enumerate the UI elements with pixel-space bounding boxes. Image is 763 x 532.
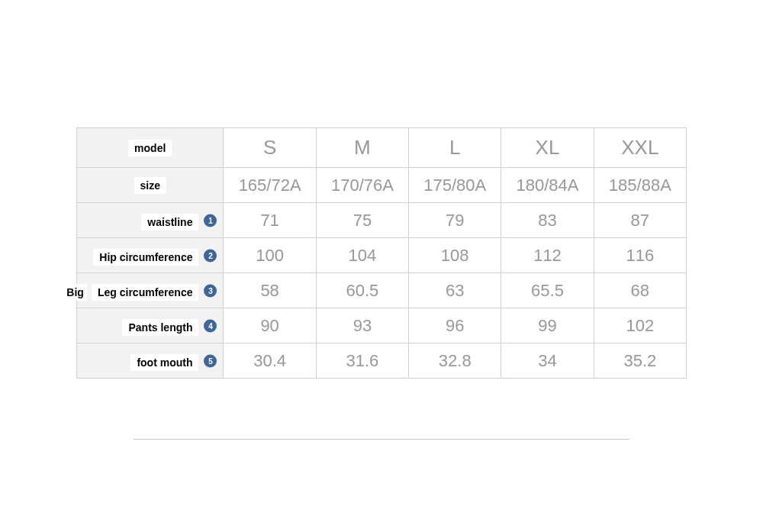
cell-model-xl: XL bbox=[501, 128, 594, 168]
footer-divider bbox=[134, 439, 629, 440]
label-pants: Pants length bbox=[122, 319, 198, 336]
label-foot: foot mouth bbox=[130, 354, 198, 371]
cell-hip-l: 108 bbox=[409, 238, 501, 273]
cell-hip-xl: 112 bbox=[501, 238, 594, 273]
label-size: size bbox=[134, 177, 166, 194]
cell-pants-s: 90 bbox=[224, 308, 316, 343]
header-hip: Hip circumference 2 bbox=[77, 238, 224, 273]
label-bigleg: Leg circumference bbox=[92, 284, 199, 301]
cell-waist-l: 79 bbox=[409, 203, 501, 238]
cell-model-s: S bbox=[224, 128, 316, 168]
label-bigleg-prefix: Big bbox=[63, 284, 87, 301]
cell-pants-xxl: 102 bbox=[594, 308, 686, 343]
cell-waist-xxl: 87 bbox=[594, 203, 686, 238]
header-foot: foot mouth 5 bbox=[77, 343, 224, 379]
cell-leg-xxl: 68 bbox=[594, 273, 686, 308]
cell-leg-s: 58 bbox=[224, 273, 316, 308]
row-size: size 165/72A 170/76A 175/80A 180/84A 185… bbox=[77, 168, 687, 203]
label-hip: Hip circumference bbox=[93, 249, 198, 266]
cell-leg-l: 63 bbox=[409, 273, 501, 308]
cell-leg-m: 60.5 bbox=[316, 273, 408, 308]
badge-3-icon: 3 bbox=[204, 284, 217, 297]
cell-waist-xl: 83 bbox=[501, 203, 594, 238]
cell-model-l: L bbox=[409, 128, 501, 168]
cell-waist-s: 71 bbox=[224, 203, 316, 238]
cell-model-m: M bbox=[316, 128, 408, 168]
size-table-container: model S M L XL XXL size 165/72A 170/76A … bbox=[76, 127, 687, 379]
row-hip: Hip circumference 2 100 104 108 112 116 bbox=[77, 238, 687, 273]
cell-leg-xl: 65.5 bbox=[501, 273, 594, 308]
badge-1-icon: 1 bbox=[204, 214, 217, 227]
cell-waist-m: 75 bbox=[316, 203, 408, 238]
cell-foot-xxl: 35.2 bbox=[594, 343, 686, 379]
cell-size-l: 175/80A bbox=[409, 168, 501, 203]
cell-foot-s: 30.4 bbox=[224, 343, 316, 379]
cell-hip-m: 104 bbox=[316, 238, 408, 273]
cell-foot-l: 32.8 bbox=[409, 343, 501, 379]
cell-size-m: 170/76A bbox=[316, 168, 408, 203]
size-table: model S M L XL XXL size 165/72A 170/76A … bbox=[76, 127, 687, 379]
header-bigleg: Big Leg circumference 3 bbox=[77, 273, 224, 308]
row-waistline: waistline 1 71 75 79 83 87 bbox=[77, 203, 687, 238]
cell-size-xl: 180/84A bbox=[501, 168, 594, 203]
label-model: model bbox=[128, 140, 172, 156]
cell-hip-s: 100 bbox=[224, 238, 316, 273]
cell-foot-m: 31.6 bbox=[316, 343, 408, 379]
cell-hip-xxl: 116 bbox=[594, 238, 686, 273]
badge-4-icon: 4 bbox=[204, 319, 217, 332]
header-model: model bbox=[77, 128, 224, 168]
row-foot: foot mouth 5 30.4 31.6 32.8 34 35.2 bbox=[77, 343, 687, 379]
cell-size-s: 165/72A bbox=[224, 168, 316, 203]
header-size: size bbox=[77, 168, 224, 203]
cell-pants-l: 96 bbox=[409, 308, 501, 343]
cell-pants-m: 93 bbox=[316, 308, 408, 343]
cell-pants-xl: 99 bbox=[501, 308, 594, 343]
header-waistline: waistline 1 bbox=[77, 203, 224, 238]
cell-model-xxl: XXL bbox=[594, 128, 686, 168]
cell-foot-xl: 34 bbox=[501, 343, 594, 379]
row-pants: Pants length 4 90 93 96 99 102 bbox=[77, 308, 687, 343]
badge-2-icon: 2 bbox=[204, 249, 217, 262]
row-model: model S M L XL XXL bbox=[77, 128, 687, 168]
header-pants: Pants length 4 bbox=[77, 308, 224, 343]
row-bigleg: Big Leg circumference 3 58 60.5 63 65.5 … bbox=[77, 273, 687, 308]
cell-size-xxl: 185/88A bbox=[594, 168, 686, 203]
badge-5-icon: 5 bbox=[204, 354, 217, 367]
label-waistline: waistline bbox=[141, 214, 198, 231]
